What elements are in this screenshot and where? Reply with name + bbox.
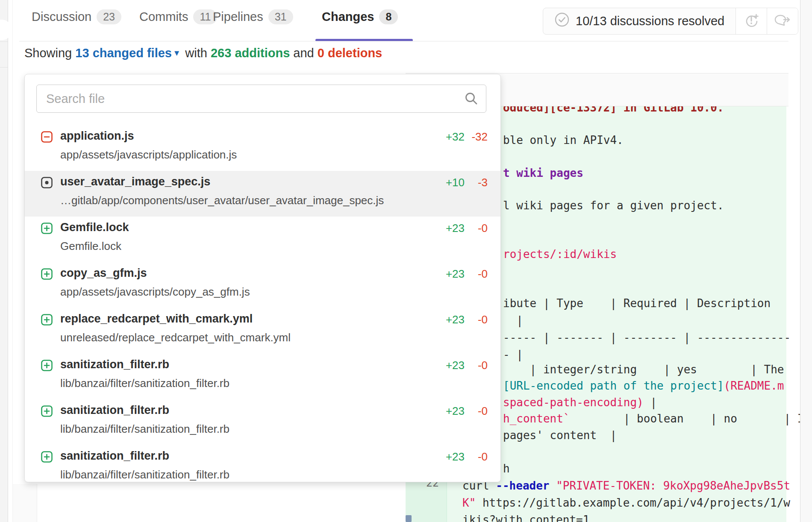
code-segment: ibute | Type | Required | Description: [503, 297, 771, 310]
file-list-item[interactable]: user_avatar_image_spec.js…gitlab/app/com…: [25, 171, 500, 217]
file-list-item[interactable]: sanitization_filter.rblib/banzai/filter/…: [25, 399, 500, 445]
tab-label: Discussion: [32, 10, 91, 24]
additions-stat: +23: [446, 267, 465, 281]
file-added-icon: [41, 223, 53, 236]
file-list-item[interactable]: application.jsapp/assets/javascripts/app…: [25, 125, 500, 171]
discussions-resolved-status[interactable]: 10/13 discussions resolved: [543, 8, 736, 34]
diff-comment-indicator[interactable]: [406, 515, 412, 522]
merge-request-changes-page: 22 oduced][ce-13372] in GitLab 10.0.ble …: [0, 0, 812, 522]
deletions-stat: -32: [471, 130, 488, 144]
changed-files-summary: Showing 13 changed files ▾ with 263 addi…: [24, 46, 382, 60]
code-segment: https://gitlab.example.com/api/v4/projec…: [476, 496, 790, 509]
diff-code-line: ----- | ------- | -------- | -----------…: [503, 329, 791, 346]
file-path: lib/banzai/filter/sanitization_filter.rb: [60, 468, 229, 481]
code-segment: |: [644, 396, 657, 409]
file-path: lib/banzai/filter/sanitization_filter.rb: [60, 377, 229, 390]
tab-label: Changes: [322, 10, 374, 24]
deletions-stat: -0: [478, 450, 488, 463]
deletions-stat: -0: [478, 313, 488, 326]
code-segment: "PRIVATE-TOKEN: 9koXpg98eAheJpvBs5t: [556, 479, 790, 492]
additions-count: 263 additions: [211, 46, 290, 60]
diff-code-line: h: [503, 460, 510, 477]
code-segment: | boolean | no | In: [570, 412, 811, 425]
diff-code-line: K" https://gitlab.example.com/api/v4/pro…: [462, 494, 790, 511]
diff-code-line: [URL-encoded path of the project](README…: [503, 377, 784, 394]
file-added-icon: [41, 268, 53, 282]
search-input[interactable]: [45, 85, 457, 112]
diff-code-line: ibute | Type | Required | Description: [503, 295, 771, 312]
code-segment: (README.m: [724, 379, 784, 392]
diff-code-line: ble only in APIv4.: [503, 132, 624, 149]
diff-code-line: h_content` | boolean | no | In: [503, 410, 811, 427]
file-list-item[interactable]: sanitization_filter.rblib/banzai/filter/…: [25, 445, 500, 482]
tab-commits[interactable]: Commits11: [139, 9, 217, 24]
deletions-count: 0 deletions: [318, 46, 382, 60]
tab-label: Commits: [139, 10, 188, 24]
file-path: unreleased/replace_redcarpet_with_cmark.…: [60, 331, 291, 344]
file-path: lib/banzai/filter/sanitization_filter.rb: [60, 422, 229, 436]
diff-code-line: l wiki pages for a given project.: [503, 197, 724, 214]
code-segment: K": [462, 496, 476, 509]
code-segment: h: [503, 462, 510, 475]
check-circle-icon: [554, 12, 570, 30]
tabbar-border: [19, 41, 788, 41]
jump-to-next-discussion-button[interactable]: [767, 8, 798, 34]
jump-to-discussion-icon: [774, 12, 791, 31]
deletions-stat: -0: [478, 405, 488, 418]
summary-text: Showing: [24, 46, 75, 60]
code-segment: - |: [503, 348, 523, 361]
code-segment: pages' content |: [503, 429, 617, 442]
search-icon: [464, 91, 479, 108]
summary-text: and: [290, 46, 318, 60]
tab-changes[interactable]: Changes8: [322, 9, 398, 24]
file-name: sanitization_filter.rb: [60, 404, 169, 417]
file-list-item[interactable]: Gemfile.lockGemfile.lock+23-0: [25, 217, 500, 262]
summary-text: with: [182, 46, 211, 60]
code-segment: | integer/string | yes | The: [503, 363, 784, 376]
code-segment: l wiki pages for a given project.: [503, 199, 724, 212]
changed-files-count-link[interactable]: 13 changed files: [75, 46, 172, 60]
tab-count-badge: 23: [97, 9, 121, 24]
file-list-item[interactable]: copy_as_gfm.jsapp/assets/javascripts/cop…: [25, 262, 500, 308]
chevron-down-icon[interactable]: ▾: [172, 47, 182, 58]
tab-count-badge: 8: [379, 9, 398, 24]
diff-code-line: curl --header "PRIVATE-TOKEN: 9koXpg98eA…: [462, 477, 790, 494]
diff-code-line: |: [503, 312, 523, 329]
tab-label: Pipelines: [213, 10, 263, 24]
file-path: …gitlab/app/components/user_avatar/user_…: [60, 194, 384, 207]
partial-avatar: [0, 20, 12, 40]
file-path: app/assets/javascripts/application.js: [60, 148, 237, 161]
code-segment: h_content`: [503, 412, 570, 425]
file-added-icon: [41, 314, 53, 327]
scrollbar-track[interactable]: [800, 0, 812, 522]
tab-pipelines[interactable]: Pipelines31: [213, 9, 293, 24]
file-name: replace_redcarpet_with_cmark.yml: [60, 312, 253, 326]
deletions-stat: -0: [478, 359, 488, 372]
content-left-border: [12, 0, 13, 522]
discussion-panel-gutter: [13, 484, 37, 522]
code-segment: |: [503, 314, 523, 327]
changed-files-dropdown: application.jsapp/assets/javascripts/app…: [24, 74, 501, 482]
additions-stat: +23: [446, 313, 465, 326]
deletions-stat: -0: [478, 222, 488, 235]
resolve-with-issue-icon: [743, 12, 760, 31]
tab-discussion[interactable]: Discussion23: [32, 9, 121, 24]
diff-code-line: rojects/:id/wikis: [503, 246, 617, 263]
diff-code-line: spaced-path-encoding) |: [503, 394, 657, 411]
file-name: sanitization_filter.rb: [60, 358, 169, 371]
file-list-item[interactable]: sanitization_filter.rblib/banzai/filter/…: [25, 354, 500, 399]
additions-stat: +23: [446, 359, 465, 372]
additions-stat: +23: [446, 450, 465, 463]
code-segment: ----- | ------- | -------- | -----------…: [503, 331, 791, 344]
diff-code-line: | integer/string | yes | The: [503, 361, 784, 378]
file-modified-icon: [41, 177, 53, 190]
code-segment: --header: [496, 479, 556, 492]
resolve-with-issue-button[interactable]: [736, 8, 767, 34]
code-segment: rojects/:id/wikis: [503, 248, 617, 261]
code-segment: t wiki pages: [503, 167, 583, 179]
code-segment: spaced-path-encoding): [503, 396, 644, 409]
file-path: app/assets/javascripts/copy_as_gfm.js: [60, 285, 250, 299]
tab-count-badge: 31: [268, 9, 293, 24]
additions-stat: +23: [446, 405, 465, 418]
file-list-item[interactable]: replace_redcarpet_with_cmark.ymlunreleas…: [25, 308, 500, 354]
